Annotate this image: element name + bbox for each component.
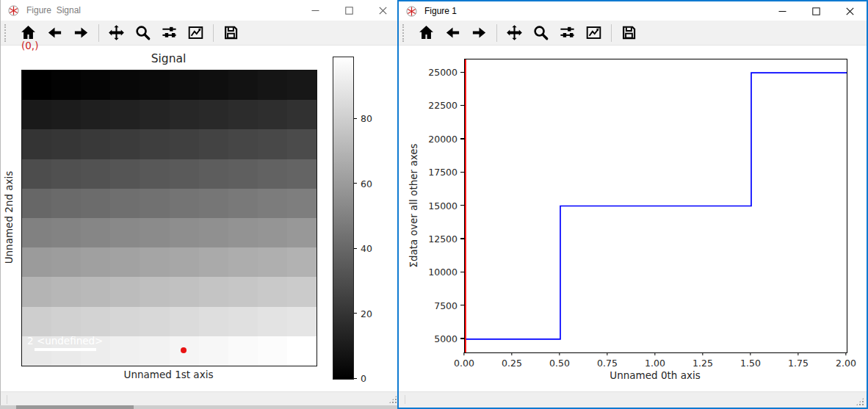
heatmap-cell[interactable] xyxy=(199,100,230,131)
heatmap-cell[interactable] xyxy=(258,189,289,220)
heatmap-cell[interactable] xyxy=(258,247,289,278)
heatmap-cell[interactable] xyxy=(228,129,259,160)
heatmap-cell[interactable] xyxy=(258,70,289,101)
heatmap-cell[interactable] xyxy=(170,247,200,278)
heatmap-cell[interactable] xyxy=(110,247,141,278)
heatmap-cell[interactable] xyxy=(81,189,112,220)
heatmap-cell[interactable] xyxy=(258,277,289,308)
heatmap-cell[interactable] xyxy=(258,100,289,131)
titlebar-left[interactable]: Figure Signal xyxy=(1,0,399,21)
heatmap-cell[interactable] xyxy=(110,277,141,308)
edit-axes-button[interactable] xyxy=(184,22,207,43)
heatmap-cell[interactable] xyxy=(140,189,170,220)
heatmap-cell[interactable] xyxy=(81,70,112,101)
heatmap-cell[interactable] xyxy=(110,307,141,338)
heatmap-cell[interactable] xyxy=(81,247,112,278)
heatmap-cell[interactable] xyxy=(287,129,317,160)
save-button[interactable] xyxy=(220,22,242,43)
heatmap-cell[interactable] xyxy=(287,218,317,249)
configure-subplots-button[interactable] xyxy=(158,22,181,43)
heatmap-cell[interactable] xyxy=(110,70,141,101)
back-button[interactable] xyxy=(43,22,66,43)
heatmap-cell[interactable] xyxy=(228,247,259,278)
heatmap-cell[interactable] xyxy=(199,189,230,220)
heatmap-cell[interactable] xyxy=(199,336,230,366)
heatmap-cell[interactable] xyxy=(170,218,200,249)
heatmap-cell[interactable] xyxy=(170,100,200,131)
heatmap-cell[interactable] xyxy=(228,70,259,101)
background-scrollbar[interactable] xyxy=(0,405,397,409)
heatmap-cell[interactable] xyxy=(51,100,82,131)
heatmap-cell[interactable] xyxy=(22,277,53,308)
colorbar[interactable] xyxy=(333,57,354,380)
heatmap-cell[interactable] xyxy=(140,129,170,160)
heatmap-cell[interactable] xyxy=(140,70,170,101)
heatmap-cell[interactable] xyxy=(140,277,170,308)
close-button[interactable] xyxy=(366,0,399,21)
heatmap-cell[interactable] xyxy=(51,218,82,249)
heatmap-cell[interactable] xyxy=(228,307,259,338)
heatmap-cell[interactable] xyxy=(287,159,317,190)
heatmap-cell[interactable] xyxy=(228,100,259,131)
heatmap-cell[interactable] xyxy=(110,100,141,131)
heatmap-cell[interactable] xyxy=(22,70,53,101)
heatmap-cell[interactable] xyxy=(287,189,317,220)
heatmap-cell[interactable] xyxy=(287,307,317,338)
heatmap-cell[interactable] xyxy=(170,70,200,101)
heatmap-cell[interactable] xyxy=(258,159,289,190)
heatmap-cell[interactable] xyxy=(170,307,200,338)
toolbar-grip[interactable] xyxy=(4,24,8,42)
heatmap-cell[interactable] xyxy=(51,129,82,160)
heatmap-cell[interactable] xyxy=(199,218,230,249)
heatmap-cell[interactable] xyxy=(140,100,170,131)
heatmap-cell[interactable] xyxy=(51,247,82,278)
heatmap-cell[interactable] xyxy=(22,247,53,278)
heatmap-cell[interactable] xyxy=(81,100,112,131)
forward-button[interactable] xyxy=(70,22,93,43)
heatmap-cell[interactable] xyxy=(110,159,141,190)
heatmap-cell[interactable] xyxy=(51,189,82,220)
heatmap-cell[interactable] xyxy=(228,189,259,220)
zoom-button[interactable] xyxy=(131,22,154,43)
heatmap-cell[interactable] xyxy=(22,100,53,131)
heatmap-cell[interactable] xyxy=(81,159,112,190)
heatmap-cell[interactable] xyxy=(199,307,230,338)
heatmap-cell[interactable] xyxy=(258,129,289,160)
heatmap-cell[interactable] xyxy=(51,70,82,101)
plot-area[interactable] xyxy=(464,59,847,353)
heatmap-cell[interactable] xyxy=(110,189,141,220)
heatmap-cell[interactable] xyxy=(51,159,82,190)
heatmap-cell[interactable] xyxy=(258,307,289,338)
heatmap-cell[interactable] xyxy=(22,159,53,190)
heatmap-cell[interactable] xyxy=(199,247,230,278)
heatmap-cell[interactable] xyxy=(287,247,317,278)
heatmap-cell[interactable] xyxy=(170,277,200,308)
heatmap-cell[interactable] xyxy=(170,159,200,190)
heatmap-cell[interactable] xyxy=(22,129,53,160)
heatmap-cell[interactable] xyxy=(140,159,170,190)
resize-grip[interactable] xyxy=(388,395,397,404)
position-marker-dot[interactable] xyxy=(181,347,187,353)
heatmap-cell[interactable] xyxy=(199,277,230,308)
heatmap-cell[interactable] xyxy=(228,159,259,190)
heatmap-cell[interactable] xyxy=(228,336,259,366)
maximize-button[interactable] xyxy=(332,0,366,21)
heatmap-cell[interactable] xyxy=(140,218,170,249)
heatmap-cell[interactable] xyxy=(199,159,230,190)
signal-heatmap[interactable] xyxy=(21,70,317,366)
heatmap-cell[interactable] xyxy=(81,129,112,160)
minimize-button[interactable] xyxy=(298,0,332,21)
resize-grip[interactable] xyxy=(856,397,864,406)
heatmap-cell[interactable] xyxy=(258,218,289,249)
heatmap-cell[interactable] xyxy=(22,189,53,220)
heatmap-cell[interactable] xyxy=(140,307,170,338)
heatmap-cell[interactable] xyxy=(287,70,317,101)
heatmap-cell[interactable] xyxy=(170,129,200,160)
heatmap-cell[interactable] xyxy=(22,218,53,249)
heatmap-cell[interactable] xyxy=(199,70,230,101)
heatmap-cell[interactable] xyxy=(110,218,141,249)
heatmap-cell[interactable] xyxy=(287,277,317,308)
heatmap-cell[interactable] xyxy=(140,336,170,366)
heatmap-cell[interactable] xyxy=(170,189,200,220)
pan-button[interactable] xyxy=(105,22,128,43)
